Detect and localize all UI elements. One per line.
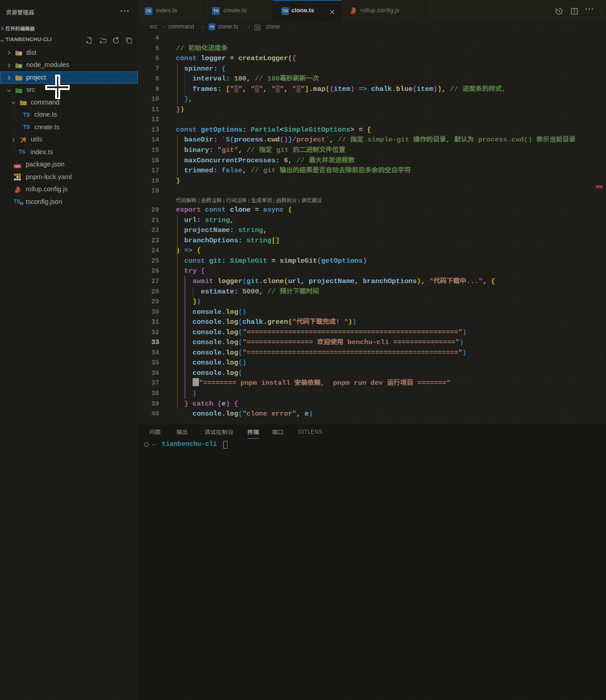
svg-text:npm: npm bbox=[14, 165, 21, 168]
